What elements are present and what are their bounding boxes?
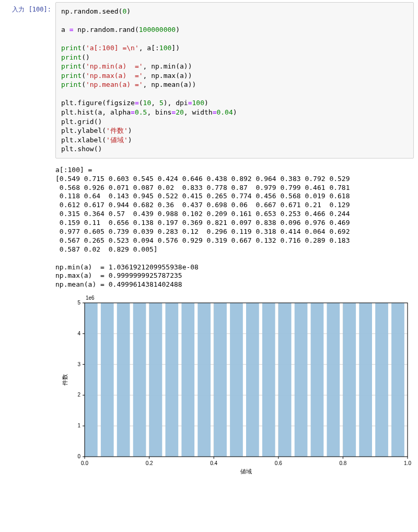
- code-input-area[interactable]: np.random.seed(0) a = np.random.rand(100…: [55, 2, 414, 159]
- y-tick-label: 2: [77, 392, 80, 398]
- y-tick-label: 1: [77, 423, 80, 428]
- x-tick-label: 0.4: [210, 460, 217, 466]
- x-tick-label: 0.0: [81, 460, 88, 466]
- histogram-svg: 1e60.00.20.40.60.81.0012345値域件数: [59, 292, 414, 476]
- x-tick-label: 0.2: [146, 460, 153, 466]
- code-content: np.random.seed(0) a = np.random.rand(100…: [61, 7, 408, 154]
- y-tick-label: 3: [77, 361, 80, 367]
- x-tick-label: 1.0: [404, 460, 411, 466]
- histogram-bar: [117, 303, 130, 457]
- y-scale-exponent: 1e6: [86, 295, 95, 301]
- histogram-bar: [359, 303, 372, 457]
- histogram-bar: [85, 303, 98, 457]
- output-area: a[:100] = [0.549 0.715 0.603 0.545 0.424…: [55, 163, 418, 477]
- histogram-bar: [198, 303, 211, 457]
- histogram-bar: [230, 303, 243, 457]
- histogram-bar: [246, 303, 259, 457]
- histogram-bar: [327, 303, 340, 457]
- histogram-bar: [181, 303, 194, 457]
- histogram-bar: [262, 303, 275, 457]
- input-cell: 入力 [100]: np.random.seed(0) a = np.rando…: [0, 0, 418, 161]
- x-axis-label: 値域: [240, 468, 252, 474]
- histogram-bar: [375, 303, 388, 457]
- histogram-bar: [149, 303, 162, 457]
- histogram-bar: [391, 303, 404, 457]
- x-tick-label: 0.8: [339, 460, 346, 466]
- input-prompt: 入力 [100]:: [0, 2, 55, 159]
- histogram-bar: [133, 303, 146, 457]
- histogram-bar: [101, 303, 114, 457]
- y-axis-label: 件数: [62, 374, 68, 386]
- histogram-bar: [311, 303, 324, 457]
- histogram-bar: [214, 303, 227, 457]
- histogram-bar: [343, 303, 356, 457]
- x-tick-label: 0.6: [275, 460, 282, 466]
- output-prompt-spacer: [0, 163, 55, 477]
- stdout-text: a[:100] = [0.549 0.715 0.603 0.545 0.424…: [55, 166, 414, 289]
- histogram-bar: [278, 303, 292, 457]
- histogram-bar: [295, 303, 308, 457]
- y-tick-label: 5: [77, 300, 80, 305]
- histogram-bar: [166, 303, 179, 457]
- y-tick-label: 0: [77, 454, 80, 459]
- histogram-figure: 1e60.00.20.40.60.81.0012345値域件数: [55, 292, 414, 477]
- y-tick-label: 4: [77, 331, 80, 336]
- output-cell: a[:100] = [0.549 0.715 0.603 0.545 0.424…: [0, 161, 418, 479]
